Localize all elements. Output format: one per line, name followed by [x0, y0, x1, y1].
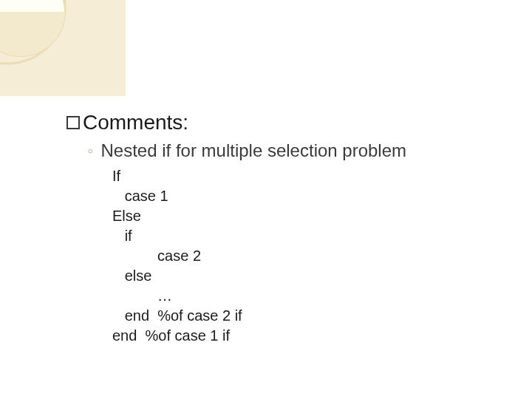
heading-row: Comments: [66, 111, 502, 134]
ring-bullet-icon: ◦ [87, 140, 94, 162]
code-block: If case 1 Else if case 2 else … end %of … [112, 166, 502, 346]
code-line: … [112, 286, 502, 306]
heading-text: Comments: [83, 111, 188, 134]
svg-rect-0 [0, 0, 126, 96]
code-line: end %of case 2 if [112, 306, 502, 326]
code-line: end %of case 1 if [112, 326, 502, 346]
code-line: else [112, 266, 502, 286]
corner-decoration [0, 0, 126, 96]
subheading-row: ◦ Nested if for multiple selection probl… [87, 140, 502, 162]
svg-point-1 [0, 0, 65, 64]
square-bullet-icon [66, 116, 80, 129]
code-line: if [112, 226, 502, 246]
code-line: Else [112, 206, 502, 226]
code-line: case 1 [112, 186, 502, 206]
subheading-text: Nested if for multiple selection problem [101, 140, 407, 161]
code-line: case 2 [112, 246, 502, 266]
svg-point-2 [0, 0, 65, 56]
slide-content: Comments: ◦ Nested if for multiple selec… [66, 111, 502, 346]
code-line: If [112, 166, 502, 186]
